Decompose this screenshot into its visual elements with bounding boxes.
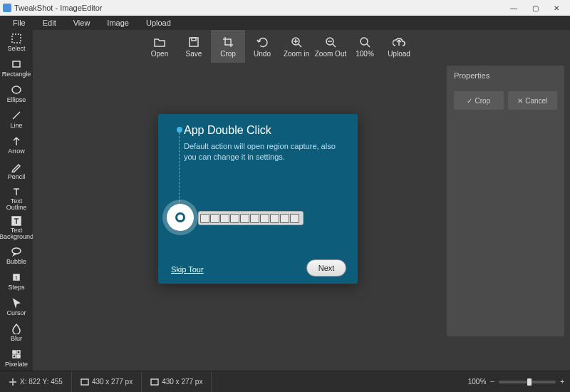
pencil-icon	[11, 161, 22, 172]
zoom-in-icon	[290, 36, 303, 48]
tour-body: Default action will open region capture,…	[184, 141, 345, 163]
svg-rect-5	[12, 34, 21, 43]
tool-pixelate[interactable]: Pixelate	[0, 345, 33, 371]
undo-button[interactable]: Undo	[245, 30, 279, 63]
svg-point-4	[361, 38, 368, 45]
tour-pulse-icon	[167, 204, 194, 231]
crop-button[interactable]: Crop	[211, 30, 245, 63]
zoom-out-button[interactable]: Zoom Out	[314, 30, 348, 63]
pixelate-icon	[11, 349, 22, 360]
sidebar: Select Rectangle Ellipse Line Arrow Penc…	[0, 30, 33, 371]
bubble-icon	[11, 246, 22, 257]
tool-blur[interactable]: Blur	[0, 319, 33, 345]
statusbar: X: 822 Y: 455 430 x 277 px 430 x 277 px …	[0, 371, 570, 392]
app-icon	[3, 4, 11, 12]
zoom-slider[interactable]	[499, 381, 556, 383]
maximize-button[interactable]: ▢	[524, 1, 546, 15]
tour-dot	[177, 127, 182, 133]
cursor-icon	[11, 297, 22, 309]
zoom-100-button[interactable]: 100%	[348, 30, 382, 63]
titlebar: TweakShot - ImageEditor — ▢ ✕	[0, 0, 570, 16]
steps-icon: 1	[11, 272, 22, 283]
open-button[interactable]: Open	[142, 30, 177, 63]
tool-ellipse[interactable]: Ellipse	[0, 81, 33, 107]
svg-rect-17	[151, 379, 158, 385]
properties-title: Properties	[447, 66, 564, 86]
undo-icon	[256, 36, 269, 48]
svg-rect-16	[81, 379, 88, 385]
crop-icon	[222, 36, 234, 48]
zoom-in-button[interactable]: Zoom in	[279, 30, 314, 63]
upload-icon	[393, 36, 405, 48]
svg-rect-6	[13, 61, 20, 67]
arrow-icon	[11, 135, 22, 147]
select-icon	[11, 33, 22, 44]
svg-rect-14	[13, 355, 16, 358]
status-zoom: 100% − +	[462, 378, 570, 386]
menu-edit[interactable]: Edit	[34, 19, 65, 27]
tour-title: App Double Click	[184, 124, 345, 137]
svg-point-9	[12, 248, 21, 254]
tool-select[interactable]: Select	[0, 30, 33, 56]
close-button[interactable]: ✕	[546, 1, 567, 15]
svg-text:1: 1	[15, 274, 19, 281]
menubar: File Edit View Image Upload	[0, 16, 570, 30]
properties-cancel-button[interactable]: ✕ Cancel	[508, 91, 558, 110]
tour-dotline	[179, 133, 180, 212]
minimize-button[interactable]: —	[503, 1, 524, 15]
blur-icon	[11, 323, 22, 334]
dimensions-icon	[150, 378, 159, 386]
tool-bubble[interactable]: Bubble	[0, 242, 33, 268]
upload-button[interactable]: Upload	[382, 30, 416, 63]
svg-rect-13	[17, 351, 20, 354]
line-icon	[11, 110, 22, 121]
status-dim2: 430 x 277 px	[142, 371, 212, 392]
svg-rect-15	[17, 355, 20, 358]
skip-tour-link[interactable]: Skip Tour	[171, 265, 204, 274]
tool-text-background[interactable]: Text Background	[0, 213, 33, 242]
toolbar: Open Save Crop Undo Zoom in Zoom Out 100…	[0, 30, 570, 63]
tour-mini-toolbar	[198, 211, 304, 225]
menu-upload[interactable]: Upload	[138, 19, 180, 27]
properties-crop-button[interactable]: ✓ Crop	[454, 91, 504, 110]
tool-cursor[interactable]: Cursor	[0, 294, 33, 319]
status-coords: X: 822 Y: 455	[0, 371, 72, 392]
text-bg-icon	[11, 215, 22, 227]
zoom-minus[interactable]: −	[490, 378, 494, 386]
svg-rect-12	[13, 351, 16, 354]
window-title: TweakShot - ImageEditor	[14, 4, 103, 12]
svg-rect-0	[190, 38, 198, 46]
dimensions-icon	[81, 378, 89, 386]
zoom-100-icon	[358, 36, 371, 48]
tool-steps[interactable]: 1Steps	[0, 268, 33, 294]
open-icon	[153, 36, 166, 48]
save-button[interactable]: Save	[177, 30, 211, 63]
menu-file[interactable]: File	[4, 19, 34, 27]
status-dim1: 430 x 277 px	[72, 371, 142, 392]
tool-pencil[interactable]: Pencil	[0, 158, 33, 184]
ellipse-icon	[11, 84, 22, 96]
menu-view[interactable]: View	[65, 19, 99, 27]
tool-line[interactable]: Line	[0, 107, 33, 133]
next-button[interactable]: Next	[306, 259, 346, 277]
tool-text-outline[interactable]: Text Outline	[0, 184, 33, 213]
text-outline-icon	[11, 186, 22, 197]
tool-arrow[interactable]: Arrow	[0, 133, 33, 158]
zoom-plus[interactable]: +	[560, 378, 564, 386]
crosshair-icon	[9, 378, 17, 386]
svg-point-7	[12, 86, 21, 93]
menu-image[interactable]: Image	[98, 19, 138, 27]
tool-rectangle[interactable]: Rectangle	[0, 56, 33, 81]
save-icon	[187, 36, 200, 48]
zoom-out-icon	[324, 36, 337, 48]
properties-panel: Properties ✓ Crop ✕ Cancel	[447, 66, 564, 336]
tour-popup: App Double Click Default action will ope…	[158, 114, 358, 284]
svg-rect-1	[192, 38, 196, 41]
rectangle-icon	[11, 58, 22, 70]
